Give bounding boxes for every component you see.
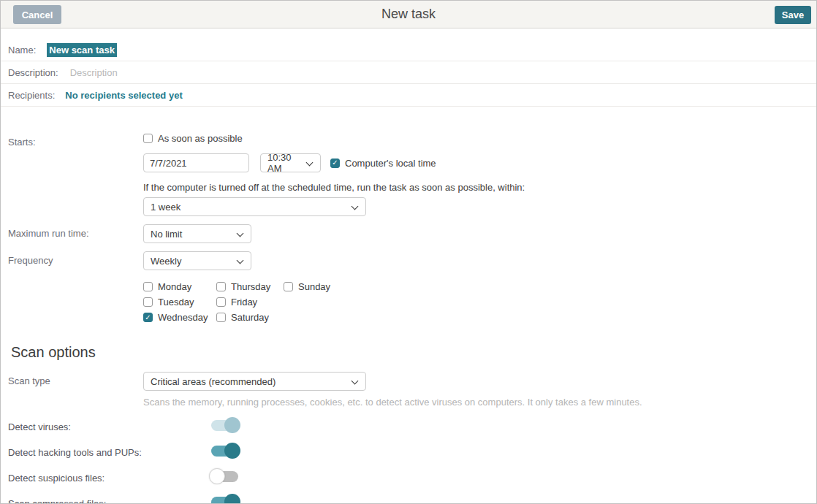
frequency-value: Weekly [151, 256, 181, 267]
starts-label: Starts: [8, 133, 143, 148]
day-label: Sunday [298, 281, 330, 292]
cancel-button[interactable]: Cancel [13, 5, 61, 24]
day-checkbox-sunday[interactable]: Sunday [284, 281, 384, 292]
max-run-time-value: No limit [151, 229, 182, 240]
scan-compressed-files-row: Scan compressed files: [8, 495, 816, 504]
scan-type-hint: Scans the memory, running processes, coo… [143, 397, 816, 408]
page-title: New task [1, 7, 816, 22]
asap-label: As soon as possible [158, 133, 243, 144]
asap-checkbox[interactable] [143, 134, 153, 143]
dialog-header: Cancel New task Save [1, 1, 816, 28]
frequency-label: Frequency [8, 251, 143, 266]
toggle-knob [224, 443, 240, 459]
local-time-label: Computer's local time [345, 158, 436, 169]
checkbox[interactable] [216, 282, 226, 291]
frequency-select[interactable]: Weekly [143, 251, 251, 270]
detect-hacking-tools-label: Detect hacking tools and PUPs: [8, 447, 143, 458]
scan-type-select[interactable]: Critical areas (recommended) [143, 372, 366, 391]
new-task-dialog: Cancel New task Save Name: New scan task… [0, 0, 817, 504]
task-info-fields: Name: New scan task Description: Recipie… [1, 39, 816, 107]
recipients-link[interactable]: No recipients selected yet [65, 90, 182, 101]
day-checkbox-wednesday[interactable]: Wednesday [143, 312, 216, 323]
description-row: Description: [1, 61, 816, 84]
chevron-down-icon [237, 257, 244, 264]
checkbox[interactable] [143, 313, 153, 322]
day-checkbox-saturday[interactable]: Saturday [216, 312, 284, 323]
max-run-time-row: Maximum run time: No limit [8, 224, 816, 243]
max-run-time-label: Maximum run time: [8, 224, 143, 239]
name-label: Name: [8, 45, 36, 56]
toggle-knob [209, 468, 225, 484]
day-label: Tuesday [158, 297, 194, 308]
day-checkbox-thursday[interactable]: Thursday [216, 281, 284, 292]
scan-type-row: Scan type Critical areas (recommended) S… [8, 372, 816, 408]
checkbox[interactable] [143, 282, 153, 291]
toggle-knob [224, 494, 240, 504]
detect-viruses-label: Detect viruses: [8, 421, 143, 432]
day-label: Saturday [231, 312, 269, 323]
detect-viruses-row: Detect viruses: [8, 419, 816, 435]
start-datetime-line: 10:30 AM Computer's local time [143, 153, 816, 172]
day-checkbox-monday[interactable]: Monday [143, 281, 216, 292]
offline-note: If the computer is turned off at the sch… [143, 182, 816, 193]
scan-type-label: Scan type [8, 372, 143, 386]
name-row: Name: New scan task [1, 39, 816, 61]
start-time-select[interactable]: 10:30 AM [260, 153, 321, 172]
chevron-down-icon [237, 230, 244, 237]
detect-suspicious-files-toggle[interactable] [211, 471, 238, 482]
start-time-value: 10:30 AM [267, 152, 304, 174]
scan-compressed-files-label: Scan compressed files: [8, 498, 143, 504]
scan-options-heading: Scan options [11, 344, 816, 361]
description-label: Description: [8, 67, 58, 78]
recipients-row: Recipients: No recipients selected yet [1, 84, 816, 107]
start-date-input[interactable] [143, 153, 249, 172]
checkbox[interactable] [284, 282, 293, 291]
name-input[interactable]: New scan task [47, 43, 117, 57]
detect-hacking-tools-toggle[interactable] [211, 446, 238, 457]
checkbox[interactable] [216, 297, 226, 307]
day-label: Monday [158, 281, 191, 292]
detect-viruses-toggle [211, 420, 238, 431]
day-checkbox-friday[interactable]: Friday [216, 297, 284, 308]
day-label: Wednesday [158, 312, 208, 323]
offline-window-select[interactable]: 1 week [143, 197, 366, 216]
detect-suspicious-files-row: Detect suspicious files: [8, 470, 816, 486]
toggle-knob [224, 417, 240, 433]
frequency-row: Frequency Weekly [8, 251, 816, 270]
detect-suspicious-files-label: Detect suspicious files: [8, 473, 143, 484]
day-label: Friday [231, 297, 257, 308]
chevron-down-icon [306, 159, 314, 167]
day-checkbox-tuesday[interactable]: Tuesday [143, 297, 216, 308]
detect-hacking-tools-row: Detect hacking tools and PUPs: [8, 444, 816, 460]
local-time-checkbox-row[interactable]: Computer's local time [330, 158, 436, 169]
save-button[interactable]: Save [775, 6, 811, 24]
offline-window-value: 1 week [151, 202, 180, 213]
local-time-checkbox[interactable] [330, 159, 340, 168]
max-run-time-select[interactable]: No limit [143, 224, 251, 243]
description-input[interactable] [70, 67, 377, 78]
day-label: Thursday [231, 281, 270, 292]
recipients-label: Recipients: [8, 90, 55, 101]
checkbox[interactable] [143, 297, 153, 307]
checkbox[interactable] [216, 313, 226, 322]
scan-type-value: Critical areas (recommended) [151, 376, 276, 387]
schedule-form: Starts: As soon as possible 10:30 AM Com… [1, 133, 816, 504]
weekday-checkbox-grid: Monday Thursday Sunday Tuesday [143, 279, 384, 325]
chevron-down-icon [352, 378, 359, 385]
scan-compressed-files-toggle[interactable] [211, 497, 238, 504]
starts-row: Starts: As soon as possible 10:30 AM Com… [8, 133, 816, 216]
asap-checkbox-row[interactable]: As soon as possible [143, 133, 243, 144]
weekdays-row: Monday Thursday Sunday Tuesday [8, 279, 816, 325]
chevron-down-icon [352, 203, 359, 210]
